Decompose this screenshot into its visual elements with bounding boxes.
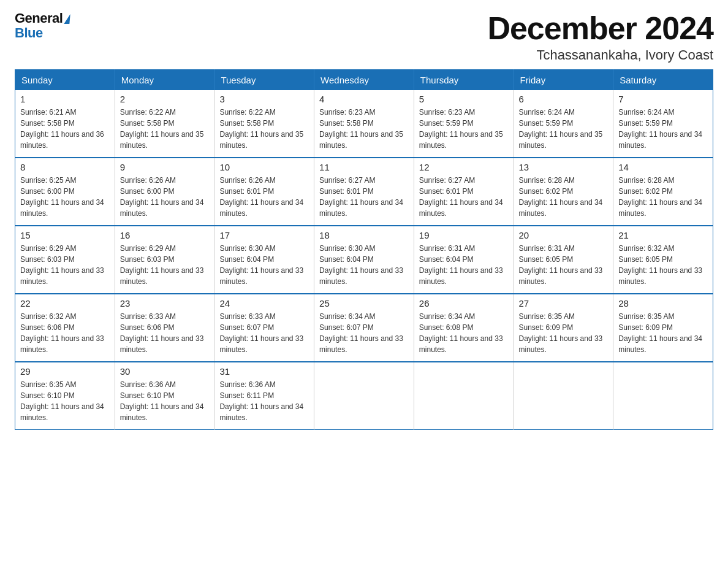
calendar-day-cell: 9 Sunrise: 6:26 AM Sunset: 6:00 PM Dayli… — [115, 158, 214, 226]
location-title: Tchassanankaha, Ivory Coast — [487, 47, 713, 63]
logo: General Blue — [15, 11, 70, 40]
calendar-day-cell: 7 Sunrise: 6:24 AM Sunset: 5:59 PM Dayli… — [613, 90, 713, 158]
day-info: Sunrise: 6:26 AM Sunset: 6:00 PM Dayligh… — [120, 175, 210, 219]
day-info: Sunrise: 6:36 AM Sunset: 6:11 PM Dayligh… — [219, 379, 309, 423]
day-info: Sunrise: 6:22 AM Sunset: 5:58 PM Dayligh… — [120, 107, 210, 151]
day-number: 2 — [120, 94, 210, 104]
logo-text: General Blue — [15, 11, 70, 40]
day-info: Sunrise: 6:31 AM Sunset: 6:05 PM Dayligh… — [519, 243, 609, 287]
day-number: 6 — [519, 94, 609, 104]
header-thursday: Thursday — [414, 70, 514, 91]
day-number: 30 — [120, 366, 210, 377]
day-info: Sunrise: 6:23 AM Sunset: 5:58 PM Dayligh… — [319, 107, 409, 151]
logo-blue-text: Blue — [15, 26, 70, 40]
day-info: Sunrise: 6:27 AM Sunset: 6:01 PM Dayligh… — [319, 175, 409, 219]
day-number: 22 — [20, 298, 110, 308]
calendar-day-cell: 28 Sunrise: 6:35 AM Sunset: 6:09 PM Dayl… — [613, 294, 713, 362]
calendar-day-cell: 29 Sunrise: 6:35 AM Sunset: 6:10 PM Dayl… — [15, 362, 115, 430]
day-number: 25 — [319, 298, 409, 308]
day-number: 23 — [120, 298, 210, 308]
day-number: 10 — [219, 162, 309, 172]
calendar-day-cell: 8 Sunrise: 6:25 AM Sunset: 6:00 PM Dayli… — [15, 158, 115, 226]
day-number: 15 — [20, 230, 110, 240]
day-info: Sunrise: 6:31 AM Sunset: 6:04 PM Dayligh… — [419, 243, 509, 287]
day-info: Sunrise: 6:24 AM Sunset: 5:59 PM Dayligh… — [519, 107, 609, 151]
day-info: Sunrise: 6:24 AM Sunset: 5:59 PM Dayligh… — [618, 107, 708, 151]
day-number: 4 — [319, 94, 409, 104]
calendar-day-cell: 14 Sunrise: 6:28 AM Sunset: 6:02 PM Dayl… — [613, 158, 713, 226]
day-number: 7 — [618, 94, 708, 104]
calendar-day-cell: 16 Sunrise: 6:29 AM Sunset: 6:03 PM Dayl… — [115, 226, 214, 294]
day-info: Sunrise: 6:33 AM Sunset: 6:06 PM Dayligh… — [120, 311, 210, 355]
day-number: 27 — [519, 298, 609, 308]
day-number: 29 — [20, 366, 110, 377]
day-info: Sunrise: 6:21 AM Sunset: 5:58 PM Dayligh… — [20, 107, 110, 151]
calendar-day-cell: 13 Sunrise: 6:28 AM Sunset: 6:02 PM Dayl… — [514, 158, 613, 226]
day-info: Sunrise: 6:32 AM Sunset: 6:06 PM Dayligh… — [20, 311, 110, 355]
calendar-day-cell: 30 Sunrise: 6:36 AM Sunset: 6:10 PM Dayl… — [115, 362, 214, 430]
day-number: 18 — [319, 230, 409, 240]
day-info: Sunrise: 6:30 AM Sunset: 6:04 PM Dayligh… — [319, 243, 409, 287]
calendar-day-cell: 27 Sunrise: 6:35 AM Sunset: 6:09 PM Dayl… — [514, 294, 613, 362]
calendar-empty-cell — [414, 362, 514, 430]
day-info: Sunrise: 6:22 AM Sunset: 5:58 PM Dayligh… — [219, 107, 309, 151]
day-info: Sunrise: 6:27 AM Sunset: 6:01 PM Dayligh… — [419, 175, 509, 219]
day-number: 1 — [20, 94, 110, 104]
calendar-week-row: 29 Sunrise: 6:35 AM Sunset: 6:10 PM Dayl… — [15, 362, 713, 430]
calendar-empty-cell — [514, 362, 613, 430]
header-wednesday: Wednesday — [314, 70, 414, 91]
calendar-week-row: 15 Sunrise: 6:29 AM Sunset: 6:03 PM Dayl… — [15, 226, 713, 294]
day-number: 21 — [618, 230, 708, 240]
day-number: 11 — [319, 162, 409, 172]
day-number: 9 — [120, 162, 210, 172]
day-info: Sunrise: 6:33 AM Sunset: 6:07 PM Dayligh… — [219, 311, 309, 355]
header-friday: Friday — [514, 70, 613, 91]
day-info: Sunrise: 6:35 AM Sunset: 6:10 PM Dayligh… — [20, 379, 110, 423]
day-number: 16 — [120, 230, 210, 240]
day-info: Sunrise: 6:29 AM Sunset: 6:03 PM Dayligh… — [20, 243, 110, 287]
day-number: 13 — [519, 162, 609, 172]
day-info: Sunrise: 6:34 AM Sunset: 6:08 PM Dayligh… — [419, 311, 509, 355]
calendar-day-cell: 18 Sunrise: 6:30 AM Sunset: 6:04 PM Dayl… — [314, 226, 414, 294]
day-number: 3 — [219, 94, 309, 104]
header-tuesday: Tuesday — [214, 70, 314, 91]
day-info: Sunrise: 6:35 AM Sunset: 6:09 PM Dayligh… — [618, 311, 708, 355]
calendar-week-row: 1 Sunrise: 6:21 AM Sunset: 5:58 PM Dayli… — [15, 90, 713, 158]
day-number: 31 — [219, 366, 309, 377]
calendar-day-cell: 1 Sunrise: 6:21 AM Sunset: 5:58 PM Dayli… — [15, 90, 115, 158]
month-title: December 2024 — [487, 11, 713, 46]
calendar-day-cell: 6 Sunrise: 6:24 AM Sunset: 5:59 PM Dayli… — [514, 90, 613, 158]
calendar-header-row: SundayMondayTuesdayWednesdayThursdayFrid… — [15, 70, 713, 91]
page-header: General Blue December 2024 Tchassanankah… — [0, 0, 728, 69]
calendar-day-cell: 21 Sunrise: 6:32 AM Sunset: 6:05 PM Dayl… — [613, 226, 713, 294]
day-info: Sunrise: 6:28 AM Sunset: 6:02 PM Dayligh… — [618, 175, 708, 219]
calendar-day-cell: 10 Sunrise: 6:26 AM Sunset: 6:01 PM Dayl… — [214, 158, 314, 226]
day-info: Sunrise: 6:28 AM Sunset: 6:02 PM Dayligh… — [519, 175, 609, 219]
day-number: 28 — [618, 298, 708, 308]
day-info: Sunrise: 6:25 AM Sunset: 6:00 PM Dayligh… — [20, 175, 110, 219]
calendar-day-cell: 20 Sunrise: 6:31 AM Sunset: 6:05 PM Dayl… — [514, 226, 613, 294]
calendar-week-row: 8 Sunrise: 6:25 AM Sunset: 6:00 PM Dayli… — [15, 158, 713, 226]
calendar-week-row: 22 Sunrise: 6:32 AM Sunset: 6:06 PM Dayl… — [15, 294, 713, 362]
calendar-day-cell: 24 Sunrise: 6:33 AM Sunset: 6:07 PM Dayl… — [214, 294, 314, 362]
calendar-day-cell: 17 Sunrise: 6:30 AM Sunset: 6:04 PM Dayl… — [214, 226, 314, 294]
day-info: Sunrise: 6:26 AM Sunset: 6:01 PM Dayligh… — [219, 175, 309, 219]
day-number: 24 — [219, 298, 309, 308]
day-number: 20 — [519, 230, 609, 240]
logo-general-text: General — [15, 11, 63, 26]
calendar-day-cell: 15 Sunrise: 6:29 AM Sunset: 6:03 PM Dayl… — [15, 226, 115, 294]
calendar-day-cell: 31 Sunrise: 6:36 AM Sunset: 6:11 PM Dayl… — [214, 362, 314, 430]
day-info: Sunrise: 6:34 AM Sunset: 6:07 PM Dayligh… — [319, 311, 409, 355]
day-info: Sunrise: 6:29 AM Sunset: 6:03 PM Dayligh… — [120, 243, 210, 287]
day-number: 19 — [419, 230, 509, 240]
header-sunday: Sunday — [15, 70, 115, 91]
logo-triangle-icon — [64, 14, 70, 24]
calendar-day-cell: 25 Sunrise: 6:34 AM Sunset: 6:07 PM Dayl… — [314, 294, 414, 362]
calendar-empty-cell — [613, 362, 713, 430]
day-number: 17 — [219, 230, 309, 240]
calendar-day-cell: 19 Sunrise: 6:31 AM Sunset: 6:04 PM Dayl… — [414, 226, 514, 294]
header-monday: Monday — [115, 70, 214, 91]
calendar-day-cell: 4 Sunrise: 6:23 AM Sunset: 5:58 PM Dayli… — [314, 90, 414, 158]
day-info: Sunrise: 6:36 AM Sunset: 6:10 PM Dayligh… — [120, 379, 210, 423]
calendar-day-cell: 3 Sunrise: 6:22 AM Sunset: 5:58 PM Dayli… — [214, 90, 314, 158]
